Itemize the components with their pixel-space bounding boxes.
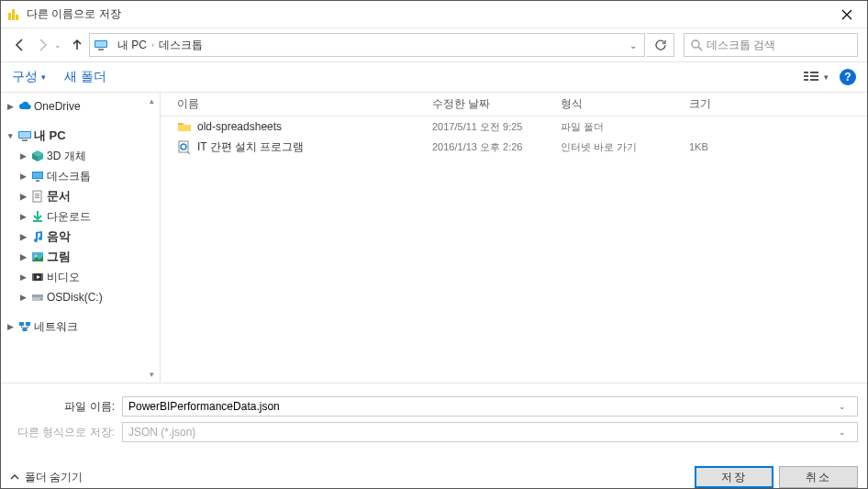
svg-rect-18 bbox=[36, 180, 39, 182]
help-button[interactable]: ? bbox=[840, 69, 856, 85]
file-name: IT 간편 설치 프로그램 bbox=[197, 139, 304, 155]
pc-icon bbox=[94, 38, 108, 52]
svg-rect-22 bbox=[35, 197, 39, 198]
download-icon bbox=[30, 209, 45, 224]
tree-label: 그림 bbox=[47, 249, 71, 265]
expand-icon[interactable]: ▶ bbox=[17, 232, 28, 241]
expand-icon[interactable]: ▶ bbox=[17, 293, 28, 302]
svg-rect-14 bbox=[19, 132, 30, 138]
footer: 폴더 숨기기 저장 취소 bbox=[1, 455, 867, 489]
svg-rect-10 bbox=[810, 72, 818, 73]
col-date[interactable]: 수정한 날짜 bbox=[416, 96, 544, 112]
tree-label: 음악 bbox=[47, 228, 71, 245]
save-type-value: JSON (*.json) bbox=[128, 426, 833, 439]
tree-item-drive[interactable]: ▶OSDisk(C:) bbox=[1, 287, 160, 307]
expand-icon[interactable]: ▶ bbox=[17, 272, 28, 282]
crumb-pc[interactable]: 내 PC bbox=[114, 38, 150, 53]
file-size: 1KB bbox=[673, 141, 746, 152]
address-bar[interactable]: 내 PC › 데스크톱 ⌄ bbox=[89, 33, 645, 57]
search-input[interactable]: 데스크톱 검색 bbox=[684, 33, 858, 57]
save-type-select[interactable]: JSON (*.json) ⌄ bbox=[122, 422, 858, 442]
cloud-icon bbox=[17, 99, 32, 114]
tree-item-download[interactable]: ▶다운로드 bbox=[1, 206, 160, 227]
navbar: ⌄ 내 PC › 데스크톱 ⌄ 데스크톱 검색 bbox=[1, 28, 867, 61]
crumb-desktop[interactable]: 데스크톱 bbox=[155, 38, 206, 53]
desktop-icon bbox=[30, 169, 45, 183]
drive-icon bbox=[30, 290, 45, 305]
tree-label: OSDisk(C:) bbox=[47, 291, 103, 304]
tree-item-video[interactable]: ▶비디오 bbox=[1, 267, 160, 287]
svg-rect-1 bbox=[12, 9, 15, 20]
filename-dropdown[interactable]: ⌄ bbox=[833, 402, 851, 411]
file-list[interactable]: 이름 수정한 날짜 형식 크기 old-spreadsheets2017/5/1… bbox=[161, 93, 867, 383]
hide-folders-button[interactable]: 폴더 숨기기 bbox=[10, 470, 83, 485]
organize-button[interactable]: 구성▾ bbox=[12, 69, 46, 85]
expand-icon[interactable]: ▾ bbox=[5, 131, 16, 140]
scroll-down[interactable]: ▾ bbox=[145, 368, 158, 381]
chevron-up-icon bbox=[10, 472, 19, 482]
expand-icon[interactable]: ▶ bbox=[17, 212, 28, 221]
video-icon bbox=[30, 270, 45, 284]
svg-rect-5 bbox=[98, 49, 104, 50]
file-header[interactable]: 이름 수정한 날짜 형식 크기 bbox=[161, 93, 867, 117]
svg-rect-11 bbox=[810, 75, 818, 77]
expand-icon[interactable]: ▶ bbox=[17, 151, 28, 161]
save-button[interactable]: 저장 bbox=[695, 466, 773, 488]
shortcut-icon bbox=[177, 139, 192, 154]
col-size[interactable]: 크기 bbox=[673, 96, 746, 112]
close-button[interactable] bbox=[827, 1, 867, 28]
svg-rect-17 bbox=[33, 172, 42, 178]
tree-label: 내 PC bbox=[34, 128, 66, 144]
up-button[interactable] bbox=[67, 34, 87, 56]
expand-icon[interactable]: ▶ bbox=[17, 172, 28, 181]
refresh-button[interactable] bbox=[647, 33, 674, 57]
svg-rect-23 bbox=[33, 220, 42, 222]
address-dropdown[interactable]: ⌄ bbox=[626, 40, 640, 50]
file-row[interactable]: old-spreadsheets2017/5/11 오전 9:25파일 폴더 bbox=[161, 117, 867, 137]
save-type-dropdown[interactable]: ⌄ bbox=[833, 428, 851, 437]
svg-rect-2 bbox=[16, 15, 18, 20]
new-folder-button[interactable]: 새 폴더 bbox=[64, 69, 106, 85]
file-date: 2017/5/11 오전 9:25 bbox=[416, 120, 544, 134]
cancel-button[interactable]: 취소 bbox=[779, 466, 858, 488]
filename-input[interactable]: PowerBIPerformanceData.json ⌄ bbox=[122, 396, 858, 417]
expand-icon[interactable]: ▶ bbox=[5, 102, 16, 111]
tree-item-cube[interactable]: ▶3D 개체 bbox=[1, 146, 160, 166]
expand-icon[interactable]: ▶ bbox=[5, 322, 16, 331]
folder-tree[interactable]: ▴ ▶OneDrive▾내 PC▶3D 개체▶데스크톱▶문서▶다운로드▶음악▶그… bbox=[1, 93, 161, 383]
svg-point-31 bbox=[40, 298, 42, 300]
forward-button[interactable] bbox=[32, 34, 52, 56]
tree-item-desktop[interactable]: ▶데스크톱 bbox=[1, 166, 160, 186]
col-name[interactable]: 이름 bbox=[161, 96, 416, 112]
tree-item-network[interactable]: ▶네트워크 bbox=[1, 317, 160, 337]
recent-dropdown[interactable]: ⌄ bbox=[54, 40, 61, 50]
search-placeholder: 데스크톱 검색 bbox=[707, 38, 775, 53]
col-type[interactable]: 형식 bbox=[544, 96, 673, 112]
filename-label: 파일 이름: bbox=[10, 399, 122, 415]
music-icon bbox=[30, 229, 45, 244]
file-type: 인터넷 바로 가기 bbox=[544, 140, 673, 154]
tree-item-cloud[interactable]: ▶OneDrive bbox=[1, 96, 160, 117]
back-button[interactable] bbox=[10, 34, 30, 56]
tree-item-music[interactable]: ▶음악 bbox=[1, 227, 160, 247]
tree-item-pc[interactable]: ▾내 PC bbox=[1, 126, 160, 146]
scroll-up[interactable]: ▴ bbox=[145, 94, 158, 107]
svg-rect-21 bbox=[35, 195, 39, 196]
filename-panel: 파일 이름: PowerBIPerformanceData.json ⌄ 다른 … bbox=[1, 383, 867, 455]
svg-rect-28 bbox=[41, 273, 43, 281]
tree-item-picture[interactable]: ▶그림 bbox=[1, 247, 160, 267]
chevron-down-icon: ▾ bbox=[41, 72, 46, 82]
file-row[interactable]: IT 간편 설치 프로그램2016/1/13 오후 2:26인터넷 바로 가기1… bbox=[161, 137, 867, 157]
tree-item-doc[interactable]: ▶문서 bbox=[1, 186, 160, 206]
tree-label: OneDrive bbox=[34, 100, 81, 113]
chevron-down-icon: ▾ bbox=[824, 72, 829, 82]
titlebar: 다른 이름으로 저장 bbox=[1, 1, 867, 28]
expand-icon[interactable]: ▶ bbox=[17, 252, 28, 261]
toolbar: 구성▾ 새 폴더 ▾ ? bbox=[1, 61, 867, 93]
folder-icon bbox=[177, 119, 192, 134]
tree-label: 3D 개체 bbox=[47, 149, 86, 164]
svg-rect-12 bbox=[810, 79, 818, 81]
expand-icon[interactable]: ▶ bbox=[17, 192, 28, 201]
view-options-button[interactable]: ▾ bbox=[804, 71, 829, 83]
tree-label: 비디오 bbox=[47, 270, 80, 285]
